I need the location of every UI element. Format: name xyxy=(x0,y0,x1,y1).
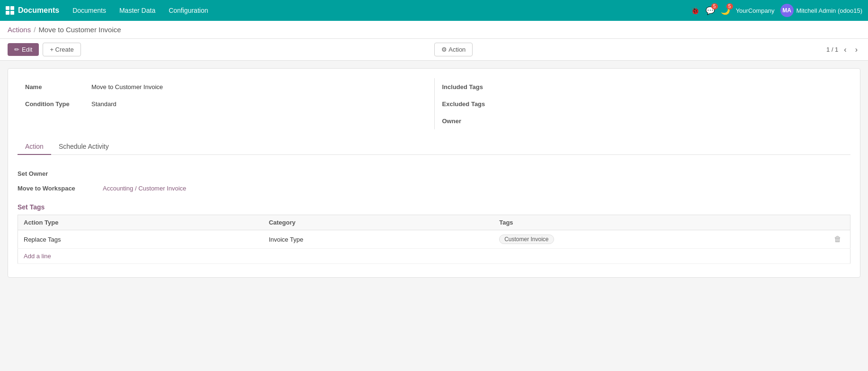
breadcrumb-parent[interactable]: Actions xyxy=(8,26,31,34)
pagination-text: 1 / 1 xyxy=(826,46,838,53)
table-row: Replace Tags Invoice Type Customer Invoi… xyxy=(18,230,850,249)
next-page-button[interactable]: › xyxy=(852,45,860,55)
user-name: Mitchell Admin (odoo15) xyxy=(796,7,862,14)
prev-page-button[interactable]: ‹ xyxy=(841,45,849,55)
menu-master-data[interactable]: Master Data xyxy=(114,4,161,17)
set-owner-label: Set Owner xyxy=(18,170,103,177)
edit-button[interactable]: ✏ Edit xyxy=(8,43,39,56)
topnav-right: 🐞 💬 5 🌙 5 YourCompany MA Mitchell Admin … xyxy=(690,4,862,17)
condition-type-value: Standard xyxy=(91,100,116,108)
breadcrumb-separator: / xyxy=(34,26,36,34)
included-tags-field-row: Included Tags xyxy=(442,78,843,95)
action-label: ⚙ Action xyxy=(441,46,465,53)
activity-icon-button[interactable]: 🌙 5 xyxy=(721,6,730,15)
col-action-type: Action Type xyxy=(18,215,263,230)
col-tags: Tags xyxy=(493,215,825,230)
name-field-row: Name Move to Customer Invoice xyxy=(25,78,427,95)
create-button[interactable]: + Create xyxy=(43,43,81,56)
user-avatar: MA xyxy=(780,4,794,17)
tab-schedule-activity[interactable]: Schedule Activity xyxy=(51,139,116,155)
edit-icon: ✏ xyxy=(14,46,19,53)
pagination: 1 / 1 ‹ › xyxy=(826,45,860,55)
add-line-cell: Add a line xyxy=(18,249,850,264)
bug-icon: 🐞 xyxy=(690,6,700,15)
grid-icon xyxy=(6,6,14,15)
breadcrumb: Actions / Move to Customer Invoice xyxy=(0,21,868,39)
move-to-workspace-value[interactable]: Accounting / Customer Invoice xyxy=(103,185,186,192)
action-tab-content: Set Owner Move to Workspace Accounting /… xyxy=(18,163,850,268)
chat-icon-button[interactable]: 💬 5 xyxy=(706,6,715,15)
owner-field-row: Owner xyxy=(442,112,843,129)
name-label: Name xyxy=(25,83,91,90)
main-content: Name Move to Customer Invoice Condition … xyxy=(0,61,868,285)
fields-grid: Name Move to Customer Invoice Condition … xyxy=(18,78,850,129)
set-tags-title: Set Tags xyxy=(18,203,850,211)
top-navigation: Documents Documents Master Data Configur… xyxy=(0,0,868,21)
name-value: Move to Customer Invoice xyxy=(91,83,163,90)
row-delete-cell: 🗑 xyxy=(825,230,850,249)
tag-customer-invoice: Customer Invoice xyxy=(499,235,554,244)
col-actions xyxy=(825,215,850,230)
activity-badge: 5 xyxy=(726,3,733,9)
toolbar: ✏ Edit + Create ⚙ Action 1 / 1 ‹ › xyxy=(0,39,868,61)
delete-row-button[interactable]: 🗑 xyxy=(831,234,844,244)
user-menu[interactable]: MA Mitchell Admin (odoo15) xyxy=(780,4,862,17)
menu-documents[interactable]: Documents xyxy=(67,4,112,17)
included-tags-label: Included Tags xyxy=(442,83,509,90)
set-owner-row: Set Owner xyxy=(18,166,850,181)
move-to-workspace-label: Move to Workspace xyxy=(18,185,103,192)
menu-configuration[interactable]: Configuration xyxy=(163,4,214,17)
owner-label: Owner xyxy=(442,118,509,125)
move-to-workspace-row: Move to Workspace Accounting / Customer … xyxy=(18,181,850,196)
set-tags-table: Action Type Category Tags Replace Tags I… xyxy=(18,215,850,264)
action-button[interactable]: ⚙ Action xyxy=(434,43,473,56)
tab-action[interactable]: Action xyxy=(18,139,51,155)
tabs-bar: Action Schedule Activity xyxy=(18,139,850,155)
company-name: YourCompany xyxy=(736,7,775,14)
bug-icon-button[interactable]: 🐞 xyxy=(690,6,700,15)
row-tags: Customer Invoice xyxy=(493,230,825,249)
app-logo[interactable]: Documents xyxy=(6,6,59,15)
col-category: Category xyxy=(263,215,494,230)
add-line-row: Add a line xyxy=(18,249,850,264)
fields-right: Included Tags Excluded Tags Owner xyxy=(434,78,851,129)
breadcrumb-current: Move to Customer Invoice xyxy=(38,26,121,34)
excluded-tags-label: Excluded Tags xyxy=(442,100,509,108)
app-title: Documents xyxy=(18,6,59,15)
chat-badge: 5 xyxy=(711,3,718,9)
row-action-type: Replace Tags xyxy=(18,230,263,249)
row-category: Invoice Type xyxy=(263,230,494,249)
condition-type-field-row: Condition Type Standard xyxy=(25,95,427,112)
condition-type-label: Condition Type xyxy=(25,100,91,108)
excluded-tags-field-row: Excluded Tags xyxy=(442,95,843,112)
fields-left: Name Move to Customer Invoice Condition … xyxy=(18,78,434,129)
create-label: + Create xyxy=(50,46,73,53)
add-line-link[interactable]: Add a line xyxy=(24,253,51,260)
form-card: Name Move to Customer Invoice Condition … xyxy=(8,68,860,278)
top-menu: Documents Master Data Configuration xyxy=(67,4,690,17)
